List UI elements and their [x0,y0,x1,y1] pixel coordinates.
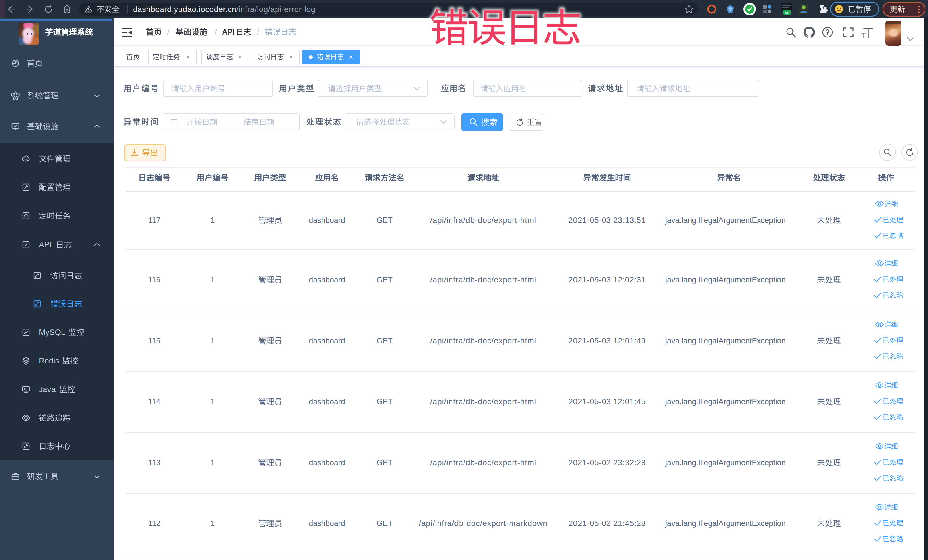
svg-text:on: on [785,11,789,15]
